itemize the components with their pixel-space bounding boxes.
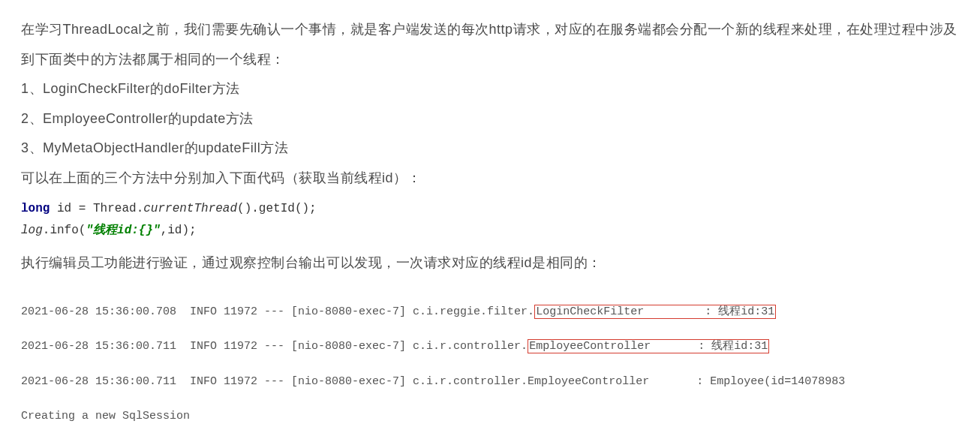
method-currentThread: currentThread: [143, 202, 237, 215]
list-item-1: 1、LoginCheckFilter的doFilter方法: [21, 74, 959, 104]
keyword-long: long: [21, 202, 50, 215]
list-item-3: 3、MyMetaObjectHandler的updateFill方法: [21, 134, 959, 164]
console-output: 2021-06-28 15:36:00.708 INFO 11972 --- […: [21, 285, 959, 433]
code-line-2: log.info("线程id:{}",id);: [21, 220, 959, 242]
string-literal: "线程id:{}": [86, 224, 160, 237]
console-line-1: 2021-06-28 15:36:00.708 INFO 11972 --- […: [21, 303, 959, 320]
list-item-2: 2、EmployeeController的update方法: [21, 104, 959, 134]
code-line-1: long id = Thread.currentThread().getId()…: [21, 198, 959, 221]
intro-paragraph: 在学习ThreadLocal之前，我们需要先确认一个事情，就是客户端发送的每次h…: [21, 15, 959, 74]
console-line-2: 2021-06-28 15:36:00.711 INFO 11972 --- […: [21, 338, 959, 355]
highlight-box-1: LoginCheckFilter : 线程id:31: [534, 305, 776, 319]
console-line-3: 2021-06-28 15:36:00.711 INFO 11972 --- […: [21, 373, 959, 390]
console-line-4: Creating a new SqlSession: [21, 407, 959, 425]
console-intro: 执行编辑员工功能进行验证，通过观察控制台输出可以发现，一次请求对应的线程id是相…: [21, 248, 959, 278]
code-block: long id = Thread.currentThread().getId()…: [21, 198, 959, 242]
highlight-box-2: EmployeeController : 线程id:31: [528, 339, 769, 353]
code-intro: 可以在上面的三个方法中分别加入下面代码（获取当前线程id）：: [21, 164, 959, 194]
var-log: log: [21, 224, 43, 237]
